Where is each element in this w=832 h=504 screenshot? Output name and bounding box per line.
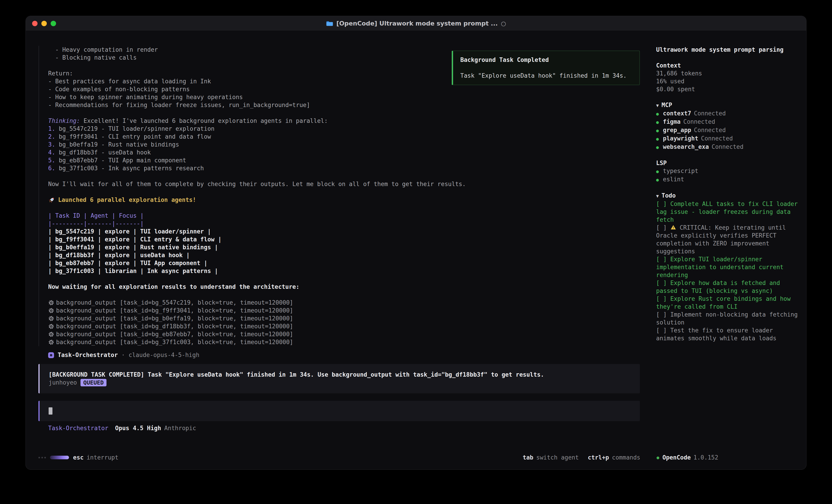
context-section: Context 31,686 tokens 16% used $0.00 spe…	[656, 62, 800, 93]
todo-text: Explore how data is fetched and passed t…	[656, 280, 784, 294]
table-row: | bg_f9ff3041 | explore | CLI entry & da…	[48, 235, 640, 244]
tool-call-text: background_output [task_id=bg_df18bb3f, …	[56, 323, 293, 330]
mcp-server-status: Connected	[701, 135, 733, 142]
todo-checkbox: [ ]	[656, 296, 670, 302]
tool-call-text: background_output [task_id=bg_b0effa19, …	[56, 314, 293, 323]
editor-model-name: Opus 4.5 High	[115, 424, 161, 432]
statusbar-right: tab switch agent ctrl+p commands	[523, 446, 640, 470]
list-number: 6.	[48, 165, 55, 172]
agent-model: claude-opus-4-5-high	[129, 351, 200, 359]
launch-banner: Launched 6 parallel exploration agents!	[48, 196, 640, 204]
background-task-message: [BACKGROUND TASK COMPLETED] Task "Explor…	[49, 371, 631, 379]
commands-label: commands	[612, 454, 640, 461]
mcp-server-name: figma	[663, 118, 680, 126]
todo-text: Explore TUI loader/spinner implementatio…	[656, 256, 787, 278]
tool-call-row: background_output [task_id=bg_5547c219, …	[48, 299, 640, 307]
todo-item: [ ] Explore Rust core bindings and how t…	[656, 295, 800, 311]
terminal-window: [OpenCode] Ultrawork mode system prompt …	[26, 16, 806, 470]
agent-separator: ·	[122, 351, 125, 359]
todo-text: Complete ALL tasks to fix CLI loader lag…	[656, 200, 801, 223]
numbered-item: 3. bg_b0effa19 - Rust native bindings	[48, 141, 640, 148]
list-number: 2.	[48, 133, 55, 140]
todo-checkbox: [ ]	[656, 256, 670, 262]
mcp-heading[interactable]: ▼MCP	[656, 101, 800, 110]
gear-icon	[48, 324, 54, 330]
tool-call-text: background_output [task_id=bg_f9ff3041, …	[56, 307, 293, 314]
toast-body: Task "Explore useData hook" finished in …	[460, 72, 632, 80]
thinking-line: Thinking: Excellent! I've launched 6 bac…	[48, 117, 640, 125]
status-dot-icon	[656, 143, 663, 151]
table-row: | bg_eb87ebb7 | explore | TUI App compon…	[48, 259, 640, 267]
todo-heading-label: Todo	[661, 192, 676, 199]
mcp-section: ▼MCP context7Connected figmaConnected gr…	[656, 101, 800, 151]
queued-badge: QUEUED	[80, 379, 106, 386]
table-separator: |---------|-------|-------|	[48, 220, 640, 228]
prompt-editor[interactable]	[38, 401, 640, 421]
zoom-button[interactable]	[51, 21, 56, 26]
numbered-item: 5. bg_eb87ebb7 - TUI App main component	[48, 157, 640, 164]
warning-icon	[670, 225, 676, 230]
table-header: | Task ID | Agent | Focus |	[48, 212, 640, 220]
tool-call-text: background_output [task_id=bg_eb87ebb7, …	[56, 330, 293, 338]
statusbar-left: esc interrupt	[38, 446, 119, 470]
tool-call-row: background_output [task_id=bg_f9ff3041, …	[48, 307, 640, 314]
close-button[interactable]	[32, 21, 37, 26]
todo-item: [ ] CRITICAL: Keep iterating until Oracl…	[656, 224, 800, 255]
todo-section: ▼Todo [ ] Complete ALL tasks to fix CLI …	[656, 192, 800, 342]
mcp-server-name: grep_app	[663, 126, 691, 134]
todo-checkbox: [ ]	[656, 224, 670, 231]
todo-text: Test the fix to ensure loader animates s…	[656, 327, 776, 342]
table-row: | bg_b0effa19 | explore | Rust native bi…	[48, 244, 640, 251]
transcript-line: - How to keep spinner animating during h…	[48, 93, 640, 101]
todo-checkbox: [ ]	[656, 327, 670, 334]
minimize-button[interactable]	[42, 21, 47, 26]
text-cursor	[49, 408, 52, 415]
statusbar: esc interrupt tab switch agent ctrl+p co…	[26, 440, 806, 470]
activity-dots-icon	[38, 457, 46, 458]
commands-hint: ctrl+p commands	[588, 454, 640, 461]
agent-header: Task-Orchestrator · claude-opus-4-5-high	[48, 351, 640, 359]
lsp-heading: LSP	[656, 159, 800, 167]
switch-agent-hint: tab switch agent	[523, 454, 579, 461]
numbered-item: 2. bg_f9ff3041 - CLI entry point and dat…	[48, 133, 640, 141]
list-text: bg_f9ff3041 - CLI entry point and data f…	[55, 133, 211, 140]
gear-icon	[48, 308, 54, 314]
waiting-paragraph: Now waiting for all exploration results …	[48, 283, 640, 291]
todo-heading[interactable]: ▼Todo	[656, 192, 800, 200]
mcp-server-name: playwright	[663, 135, 698, 142]
proxy-indicator-icon: ○	[501, 20, 506, 27]
mcp-server-item: figmaConnected	[656, 118, 800, 126]
tool-call-text: background_output [task_id=bg_37f1c003, …	[56, 338, 293, 346]
interrupt-hint: esc interrupt	[73, 454, 119, 461]
thinking-text: Excellent! I've launched 6 background ex…	[80, 117, 328, 124]
background-task-meta: junhoyeo QUEUED	[49, 379, 631, 387]
mcp-server-item: websearch_exaConnected	[656, 143, 800, 151]
progress-gradient-bar	[50, 456, 69, 459]
window-title-group: [OpenCode] Ultrawork mode system prompt …	[26, 16, 806, 31]
window-title: [OpenCode] Ultrawork mode system prompt …	[336, 20, 498, 27]
gear-icon	[48, 331, 54, 337]
list-text: bg_eb87ebb7 - TUI App main component	[55, 157, 186, 164]
rocket-icon	[47, 195, 56, 204]
app-status-dot-icon	[656, 454, 659, 461]
todo-text: CRITICAL: Keep iterating until Oracle ex…	[656, 224, 789, 255]
table-row: | bg_37f1c003 | librarian | Ink async pa…	[48, 267, 640, 275]
tab-key-label: tab	[523, 454, 534, 461]
status-dot-icon	[656, 118, 663, 126]
statusbar-sidebar: OpenCode 1.0.152	[648, 446, 806, 470]
mcp-server-item: context7Connected	[656, 110, 800, 118]
list-number: 5.	[48, 157, 55, 164]
editor-provider-name: Anthropic	[164, 424, 196, 432]
lsp-name: eslint	[663, 175, 684, 184]
collapse-triangle-icon: ▼	[656, 103, 659, 108]
lsp-name: typescript	[663, 167, 698, 175]
titlebar: [OpenCode] Ultrawork mode system prompt …	[26, 16, 806, 31]
gear-icon	[48, 315, 54, 321]
numbered-item: 6. bg_37f1c003 - Ink async patterns rese…	[48, 164, 640, 172]
thinking-label: Thinking:	[48, 117, 80, 124]
traffic-lights	[32, 21, 56, 26]
lsp-section: LSP typescript eslint	[656, 159, 800, 184]
todo-checkbox: [ ]	[656, 311, 670, 318]
transcript-line: - Recommendations for fixing loader free…	[48, 101, 640, 109]
numbered-item: 4. bg_df18bb3f - useData hook	[48, 148, 640, 157]
